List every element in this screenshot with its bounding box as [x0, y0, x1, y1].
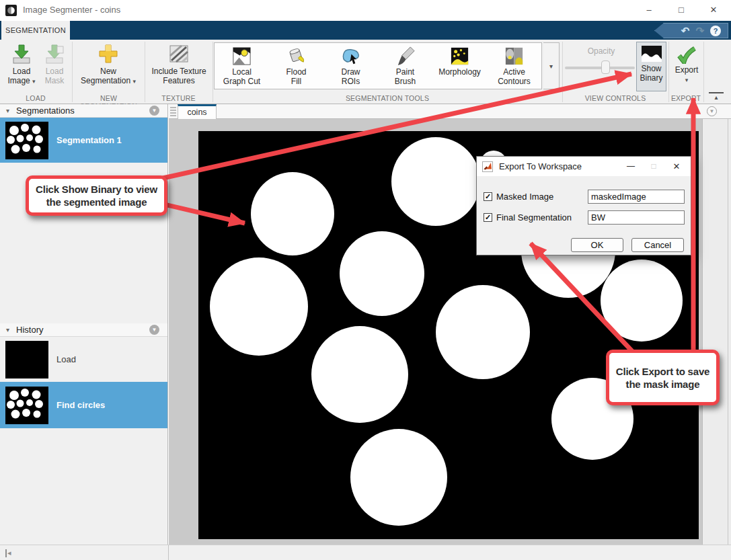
morphology-icon	[449, 45, 471, 67]
tool-label: Paint	[396, 67, 414, 77]
export-label: Export	[675, 65, 699, 75]
collapse-ribbon-button[interactable]: ▴	[709, 92, 724, 102]
paint-brush-icon	[394, 45, 416, 67]
opacity-slider-thumb[interactable]	[601, 61, 610, 74]
history-item-load-label: Load	[56, 354, 76, 364]
section-label-load: LOAD	[0, 94, 71, 102]
dialog-close-button[interactable]: ✕	[665, 157, 688, 176]
undo-icon[interactable]: ↶	[681, 26, 690, 36]
ribbon-divider	[703, 42, 704, 102]
new-segmentation-icon	[97, 42, 120, 65]
dialog-maximize-button[interactable]: □	[642, 157, 665, 176]
tool-label: Graph Cut	[223, 77, 260, 86]
callout-text: the segmented image	[29, 196, 164, 208]
ok-button[interactable]: OK	[571, 238, 623, 252]
segmentation-tools-gallery: Local Graph Cut Flood Fill Draw ROIs	[214, 42, 542, 89]
new-segmentation-button[interactable]: New Segmentation ▾	[77, 40, 139, 86]
local-graph-cut-icon	[231, 45, 253, 67]
ribbon-tab-row: SEGMENTATION ↶ ↷ ?	[0, 21, 731, 40]
gallery-dropdown-button[interactable]: ▾	[543, 42, 560, 89]
segmentation-list-item[interactable]: Segmentation 1	[0, 118, 167, 163]
masked-image-label: Masked Image	[496, 192, 553, 202]
final-segmentation-checkbox[interactable]: ✓	[484, 213, 492, 222]
dialog-title: Export To Workspace	[499, 161, 582, 171]
history-panel-header[interactable]: ▾ History ▼	[0, 323, 167, 337]
load-mask-button[interactable]: Load Mask	[39, 40, 70, 85]
panel-menu-icon[interactable]: ▼	[149, 106, 159, 116]
export-to-workspace-dialog: Export To Workspace — □ ✕ ✓ Masked Image…	[476, 156, 691, 255]
tool-paint-brush[interactable]: Paint Brush	[378, 43, 432, 89]
window-maximize-button[interactable]: □	[666, 0, 697, 20]
ribbon-toolstrip: Load Image ▾ Load Mask LOAD New Segmenta…	[0, 40, 731, 104]
load-image-button[interactable]: Load Image ▾	[5, 40, 38, 86]
tab-segmentation[interactable]: SEGMENTATION	[1, 21, 70, 40]
collapse-chevron-icon[interactable]: ▾	[6, 326, 9, 333]
section-label-view-controls: VIEW CONTROLS	[562, 94, 668, 102]
divider	[168, 545, 169, 560]
tool-morphology[interactable]: Morphology	[432, 43, 487, 89]
show-binary-button[interactable]: Show Binary	[636, 42, 666, 91]
include-texture-features-button[interactable]: Include Texture Features	[147, 40, 211, 85]
tool-label: Fill	[291, 77, 301, 86]
masked-image-checkbox[interactable]: ✓	[484, 192, 492, 201]
redo-icon[interactable]: ↷	[695, 26, 704, 36]
window-close-button[interactable]: ✕	[698, 0, 729, 20]
collapse-ribbon-icon: ▴	[714, 93, 718, 101]
load-image-label-2: Image	[7, 76, 30, 85]
cancel-button[interactable]: Cancel	[631, 238, 684, 252]
tool-label: Draw	[341, 67, 360, 77]
show-binary-icon	[641, 45, 662, 63]
collapse-chevron-icon[interactable]: ▾	[6, 107, 9, 114]
document-tab-bar: coins ▼	[169, 104, 731, 119]
collapse-panel-icon	[5, 549, 7, 557]
dialog-titlebar: Export To Workspace — □ ✕	[477, 157, 691, 176]
texture-icon	[167, 42, 190, 65]
section-label-texture: TEXTURE	[145, 94, 213, 102]
history-header-label: History	[16, 325, 43, 335]
callout-text: Click Show Binary to view	[29, 183, 164, 196]
show-binary-label-1: Show	[641, 64, 661, 73]
load-image-label-1: Load	[13, 67, 31, 76]
callout-export: Click Export to save the mask image	[606, 350, 720, 405]
load-image-icon	[10, 42, 33, 65]
history-item-find-circles[interactable]: Find circles	[0, 382, 167, 428]
dialog-minimize-button[interactable]: —	[619, 157, 642, 176]
tool-label: ROIs	[342, 77, 360, 86]
tab-bar-menu-icon[interactable]: ▼	[707, 106, 717, 116]
export-icon	[677, 45, 697, 64]
collapse-panel-icon: ◂	[7, 549, 11, 557]
tool-flood-fill[interactable]: Flood Fill	[269, 43, 323, 89]
ribbon-divider	[668, 42, 669, 102]
section-label-segmentation-tools: SEGMENTATION TOOLS	[213, 94, 562, 102]
panel-menu-icon[interactable]: ▼	[149, 325, 159, 335]
segmentation-thumbnail	[5, 122, 48, 159]
browser-panel: ▾ Segmentations ▼ Segmentation 1 ▾ Histo…	[0, 104, 168, 545]
load-mask-icon	[43, 42, 66, 65]
final-segmentation-field[interactable]	[588, 210, 685, 225]
callout-show-binary: Click Show Binary to view the segmented …	[26, 175, 167, 216]
masked-image-field[interactable]	[588, 190, 685, 204]
tool-label: Flood	[286, 67, 306, 77]
tool-label: Brush	[395, 77, 416, 86]
export-button[interactable]: Export ▾	[670, 42, 703, 91]
tab-coins[interactable]: coins	[178, 104, 217, 119]
find-circles-thumbnail	[5, 387, 48, 424]
status-bar: ◂	[0, 545, 731, 560]
history-item-load[interactable]: Load	[0, 337, 167, 382]
tool-local-graph-cut[interactable]: Local Graph Cut	[215, 43, 269, 89]
opacity-slider[interactable]	[565, 67, 635, 69]
chevron-down-icon: ▾	[32, 78, 36, 85]
load-mask-label-2: Mask	[45, 76, 65, 85]
tab-drag-handle[interactable]	[170, 107, 176, 117]
tool-active-contours[interactable]: Active Contours	[487, 43, 541, 89]
segmentations-panel-header[interactable]: ▾ Segmentations ▼	[0, 104, 167, 118]
collapse-panel-button[interactable]: ◂	[5, 549, 11, 557]
ribbon-divider	[145, 42, 145, 102]
window-minimize-button[interactable]: –	[633, 0, 664, 20]
chevron-down-icon: ▾	[549, 63, 553, 70]
ribbon-divider	[562, 42, 563, 102]
tool-draw-rois[interactable]: Draw ROIs	[323, 43, 378, 89]
callout-text: Click Export to save	[609, 365, 716, 378]
quick-access-toolbar: ↶ ↷ ?	[654, 23, 728, 38]
help-icon[interactable]: ?	[710, 26, 721, 36]
